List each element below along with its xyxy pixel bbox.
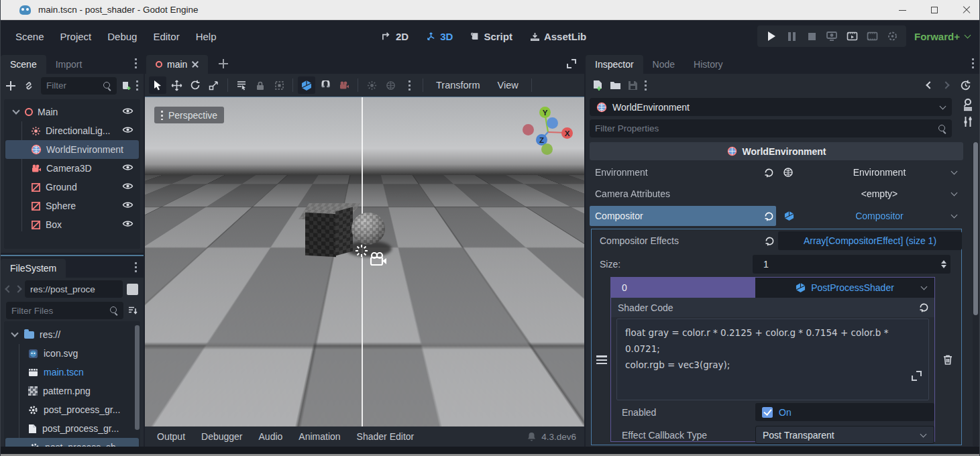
property-compositor[interactable]: Compositor Compositor [590, 206, 963, 226]
scene-filter-input[interactable]: Filter [41, 77, 117, 95]
pause-button[interactable] [783, 28, 800, 44]
tab-scene[interactable]: Scene [1, 55, 46, 74]
movie-maker-button[interactable] [864, 28, 880, 44]
camera-gizmo-icon[interactable] [368, 251, 388, 268]
history-back-icon[interactable] [5, 285, 12, 292]
workspace-2d-button[interactable]: 2D [376, 28, 414, 45]
fs-item-post-process-file[interactable]: post_process_gr... [4, 419, 140, 438]
tree-node-camera3d[interactable]: Camera3D [4, 159, 140, 178]
light-gizmo-icon[interactable] [354, 243, 369, 258]
camera-preview-button[interactable] [335, 76, 353, 94]
fs-item-icon-svg[interactable]: icon.svg [4, 344, 140, 363]
dock-options-icon[interactable] [135, 58, 137, 68]
scene-more-options-icon[interactable] [136, 80, 138, 91]
bottom-tab-shader-editor[interactable]: Shader Editor [350, 431, 421, 442]
load-resource-icon[interactable] [610, 80, 621, 90]
axis-neg-x-handle[interactable] [523, 124, 534, 135]
size-spinner[interactable] [941, 260, 946, 268]
axis-x-handle[interactable]: X [561, 127, 573, 139]
tab-inspector[interactable]: Inspector [586, 55, 643, 74]
use-local-space-button[interactable] [298, 76, 315, 94]
extra-options-icon[interactable] [400, 76, 418, 94]
fs-item-main-tscn[interactable]: main.tscn [4, 363, 140, 382]
attach-script-icon[interactable] [121, 80, 132, 91]
use-snap-button[interactable] [317, 76, 334, 94]
movie-play-button[interactable] [844, 28, 860, 44]
object-selector[interactable]: WorldEnvironment [590, 98, 952, 116]
fs-item-post-process-shader-2[interactable]: post_process_sh... [5, 438, 139, 447]
element-resource-selector[interactable]: PostProcessShader [755, 278, 934, 298]
list-select-button[interactable] [233, 76, 250, 94]
visibility-icon[interactable] [122, 163, 133, 174]
transform-menu[interactable]: Transform [428, 80, 488, 91]
add-node-button[interactable] [6, 81, 15, 91]
filter-files-input[interactable]: Filter Files [6, 302, 123, 319]
play-button[interactable] [763, 28, 779, 44]
bottom-tab-debugger[interactable]: Debugger [195, 431, 250, 442]
sort-files-icon[interactable] [127, 305, 138, 316]
menu-help[interactable]: Help [188, 27, 225, 46]
history-back-icon[interactable] [926, 81, 933, 89]
axis-y-handle[interactable]: Y [539, 107, 551, 118]
tree-node-worldenvironment[interactable]: WorldEnvironment [5, 140, 139, 159]
filesystem-scrollbar[interactable] [135, 325, 140, 430]
search-documentation-icon[interactable] [962, 98, 974, 111]
visibility-icon[interactable] [122, 182, 133, 192]
instance-scene-icon[interactable] [23, 80, 34, 91]
shader-code-editor[interactable]: float gray = color.r * 0.2125 + color.g … [616, 319, 929, 400]
save-resource-icon[interactable] [628, 80, 638, 91]
current-path[interactable]: res://post_proce [25, 280, 123, 298]
collapse-icon[interactable] [12, 107, 19, 114]
menu-project[interactable]: Project [52, 27, 100, 46]
filter-properties-input[interactable]: Filter Properties [590, 119, 952, 137]
tree-node-box[interactable]: Box [4, 215, 140, 234]
toggle-split-mode-button[interactable] [127, 284, 138, 295]
revert-icon[interactable] [765, 236, 775, 246]
visibility-icon[interactable] [122, 125, 133, 136]
delete-element-icon[interactable] [942, 354, 953, 365]
object-history-icon[interactable] [960, 80, 971, 91]
3d-viewport[interactable]: Perspective Y X Z [145, 97, 584, 426]
move-mode-button[interactable] [168, 76, 185, 94]
drag-handle-icon[interactable] [596, 355, 607, 364]
shader-code-header[interactable]: Shader Code [611, 298, 934, 317]
dock-options-icon[interactable] [135, 262, 137, 272]
visibility-icon[interactable] [122, 219, 133, 230]
revert-icon[interactable] [919, 302, 929, 312]
element-index[interactable]: 0 [611, 278, 755, 298]
property-environment[interactable]: Environment Environment [590, 162, 963, 182]
customize-run-button[interactable] [884, 28, 900, 44]
group-selected-button[interactable] [270, 76, 288, 94]
tree-node-main[interactable]: Main [4, 103, 140, 121]
effect-callback-type-dropdown[interactable]: Post Transparent [755, 426, 934, 444]
fs-item-pattern-png[interactable]: pattern.png [4, 382, 140, 400]
property-camera-attributes[interactable]: Camera Attributes <empty> [590, 184, 963, 204]
visibility-icon[interactable] [122, 201, 133, 211]
stop-button[interactable] [804, 28, 820, 44]
tree-node-sphere[interactable]: Sphere [4, 196, 140, 215]
tab-filesystem[interactable]: FileSystem [1, 259, 66, 278]
property-compositor-effects[interactable]: Compositor Effects Array[CompositorEffec… [592, 231, 961, 251]
lock-selected-button[interactable] [252, 76, 269, 94]
select-mode-button[interactable] [149, 76, 166, 94]
workspace-3d-button[interactable]: 3D [421, 28, 458, 45]
history-forward-icon[interactable] [942, 81, 949, 89]
expand-code-editor-icon[interactable] [912, 371, 922, 381]
menu-editor[interactable]: Editor [145, 27, 187, 46]
preview-environment-button[interactable] [382, 76, 399, 94]
new-resource-icon[interactable] [592, 80, 603, 91]
menu-debug[interactable]: Debug [99, 27, 145, 46]
remote-debug-button[interactable] [824, 28, 840, 44]
dock-options-icon[interactable] [972, 58, 974, 68]
visibility-icon[interactable] [122, 107, 133, 117]
menu-scene[interactable]: Scene [7, 27, 52, 46]
enabled-checkbox[interactable] [762, 407, 773, 418]
fs-item-root[interactable]: res:// [4, 325, 140, 344]
revert-icon[interactable] [764, 211, 774, 221]
bottom-tab-audio[interactable]: Audio [252, 431, 290, 442]
bottom-tab-output[interactable]: Output [150, 431, 192, 442]
workspace-assetlib-button[interactable]: AssetLib [525, 28, 592, 45]
resource-options-icon[interactable] [645, 80, 647, 91]
minimize-button[interactable] [895, 3, 910, 17]
close-tab-icon[interactable] [192, 61, 199, 68]
